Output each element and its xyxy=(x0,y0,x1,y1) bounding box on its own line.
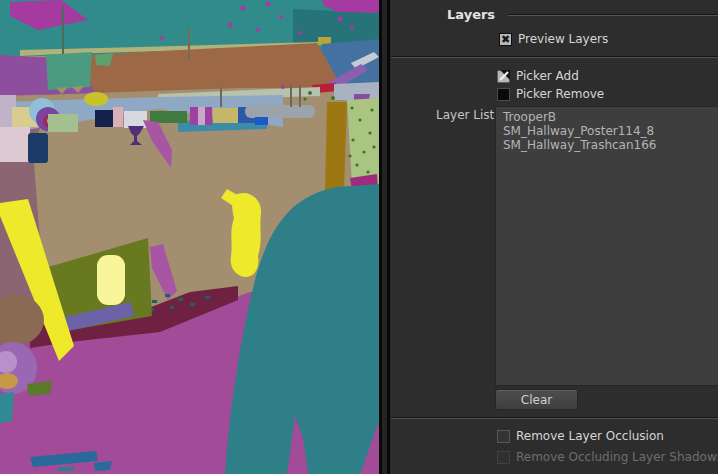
picker-add-checkbox[interactable] xyxy=(497,70,510,83)
post xyxy=(290,85,292,107)
segmentation-image[interactable] xyxy=(0,0,380,474)
picker-remove-checkbox[interactable] xyxy=(497,88,510,101)
separator xyxy=(391,417,718,418)
navy-box xyxy=(28,133,48,163)
green-box xyxy=(150,111,187,123)
panel-divider xyxy=(379,0,390,474)
lamp-shade xyxy=(46,52,92,90)
gray-pipe xyxy=(245,105,315,118)
panel-divider-groove xyxy=(382,0,387,474)
pink-box xyxy=(0,127,30,162)
post xyxy=(220,87,222,107)
shelf-item xyxy=(198,107,205,125)
segmentation-viewport[interactable] xyxy=(0,0,380,474)
title-rule xyxy=(508,15,718,16)
panel-title: Layers xyxy=(447,7,495,22)
picker-window: Layers ✖ Preview Layers Picker Add Picke… xyxy=(0,0,718,474)
shelf-item xyxy=(213,108,238,123)
green-sign xyxy=(95,53,113,66)
clutter-blob xyxy=(0,392,14,423)
layer-list-item[interactable]: SM_Hallway_Poster114_8 xyxy=(503,124,718,138)
mustard-strip xyxy=(325,102,347,192)
picker-remove-label: Picker Remove xyxy=(516,88,604,101)
yellow-ball xyxy=(84,92,108,106)
shelf-item xyxy=(113,107,123,127)
layer-list-item[interactable]: TrooperB xyxy=(503,110,718,124)
remove-occluding-layer-shadows-label: Remove Occluding Layer Shadows xyxy=(516,451,718,464)
trooper-highlight xyxy=(231,193,261,277)
trashcan-highlight xyxy=(97,255,125,305)
layers-panel: Layers ✖ Preview Layers Picker Add Picke… xyxy=(390,0,718,474)
layer-list[interactable]: TrooperB SM_Hallway_Poster114_8 SM_Hallw… xyxy=(495,106,718,386)
post xyxy=(299,85,301,107)
shelf-item xyxy=(255,117,268,125)
separator xyxy=(391,56,718,57)
layer-list-label: Layer List xyxy=(436,109,494,122)
shelf-item xyxy=(124,111,147,128)
shelf-item xyxy=(48,114,78,132)
remove-layer-occlusion-label: Remove Layer Occlusion xyxy=(516,430,664,443)
preview-layers-checkbox[interactable]: ✖ xyxy=(499,33,512,46)
plant-wall xyxy=(347,98,380,186)
clear-button[interactable]: Clear xyxy=(495,389,578,410)
remove-occluding-layer-shadows-checkbox[interactable] xyxy=(497,451,510,464)
lamp-cord xyxy=(62,7,64,56)
preview-layers-label: Preview Layers xyxy=(518,33,608,46)
remove-layer-occlusion-checkbox[interactable] xyxy=(497,430,510,443)
picker-add-label: Picker Add xyxy=(516,70,579,83)
floor-strip xyxy=(58,467,74,471)
navy-box xyxy=(95,110,113,127)
wire xyxy=(188,27,190,60)
layer-list-item[interactable]: SM_Hallway_Trashcan166 xyxy=(503,138,718,152)
ceiling-dark-region xyxy=(293,9,380,45)
